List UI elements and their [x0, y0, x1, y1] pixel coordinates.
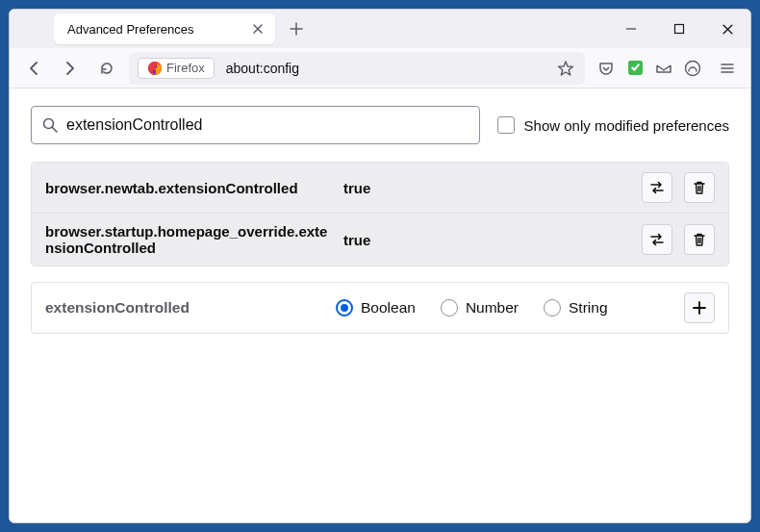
forward-button[interactable]: [56, 54, 85, 83]
url-bar[interactable]: Firefox: [129, 52, 585, 85]
url-input[interactable]: [220, 61, 549, 76]
titlebar: Advanced Preferences: [10, 10, 750, 48]
trash-icon: [692, 232, 707, 247]
extension-icon[interactable]: [625, 59, 645, 78]
plus-icon: [692, 300, 707, 316]
toolbar-right-icons: [593, 59, 706, 78]
svg-rect-0: [675, 25, 684, 34]
show-only-modified-label: Show only modified preferences: [524, 117, 729, 134]
radio-indicator: [441, 299, 458, 317]
tab-title: Advanced Preferences: [67, 22, 248, 37]
account-icon[interactable]: [683, 59, 702, 78]
delete-button[interactable]: [684, 172, 715, 203]
window-controls: [614, 10, 745, 48]
svg-point-3: [686, 61, 700, 75]
toggle-button[interactable]: [642, 172, 672, 203]
search-row: Show only modified preferences: [31, 106, 729, 144]
navigation-toolbar: Firefox: [10, 48, 750, 89]
close-window-button[interactable]: [710, 13, 745, 44]
pocket-icon[interactable]: [596, 59, 616, 78]
pref-search-input[interactable]: [66, 116, 469, 134]
new-pref-name: extensionControlled: [45, 299, 324, 317]
minimize-button[interactable]: [614, 13, 648, 44]
add-pref-button[interactable]: [684, 292, 715, 323]
back-button[interactable]: [19, 54, 48, 83]
inbox-icon[interactable]: [654, 59, 673, 78]
pref-actions: [642, 224, 715, 255]
delete-button[interactable]: [684, 224, 715, 255]
firefox-window: Advanced Preferences: [9, 9, 751, 523]
maximize-button[interactable]: [662, 13, 697, 44]
radio-indicator: [544, 299, 561, 317]
identity-label: Firefox: [166, 61, 205, 75]
toggle-button[interactable]: [642, 224, 672, 255]
pref-value: true: [343, 180, 401, 196]
toggle-icon: [648, 231, 666, 248]
new-tab-button[interactable]: [283, 15, 310, 42]
firefox-icon: [147, 61, 163, 76]
toggle-icon: [648, 179, 666, 196]
radio-indicator: [336, 299, 353, 317]
trash-icon: [692, 180, 707, 195]
radio-boolean[interactable]: Boolean: [336, 299, 416, 317]
about-config-page: Show only modified preferences browser.n…: [10, 89, 750, 522]
pref-row[interactable]: browser.newtab.extensionControlled true: [32, 163, 728, 214]
type-radio-group: Boolean Number String: [336, 299, 672, 317]
browser-tab[interactable]: Advanced Preferences: [54, 13, 275, 44]
pref-name: browser.newtab.extensionControlled: [45, 180, 334, 196]
search-icon: [41, 116, 59, 134]
radio-number[interactable]: Number: [441, 299, 519, 317]
menu-button[interactable]: [714, 55, 741, 82]
close-tab-button[interactable]: [248, 19, 267, 38]
new-pref-creator: extensionControlled Boolean Number Strin…: [31, 282, 729, 334]
show-only-modified-option[interactable]: Show only modified preferences: [497, 116, 729, 134]
pref-row[interactable]: browser.startup.homepage_override.extens…: [32, 214, 728, 266]
radio-label: String: [569, 299, 608, 317]
pref-name: browser.startup.homepage_override.extens…: [45, 223, 334, 256]
pref-search-box[interactable]: [31, 106, 480, 144]
radio-string[interactable]: String: [544, 299, 608, 317]
pref-value: true: [343, 232, 401, 248]
radio-label: Number: [466, 299, 519, 317]
pref-actions: [642, 172, 715, 203]
identity-box[interactable]: Firefox: [138, 58, 215, 79]
reload-button[interactable]: [92, 54, 121, 83]
show-only-modified-checkbox[interactable]: [497, 116, 515, 134]
radio-label: Boolean: [361, 299, 416, 317]
pref-list: browser.newtab.extensionControlled true …: [31, 162, 729, 266]
bookmark-star-icon[interactable]: [555, 58, 576, 79]
